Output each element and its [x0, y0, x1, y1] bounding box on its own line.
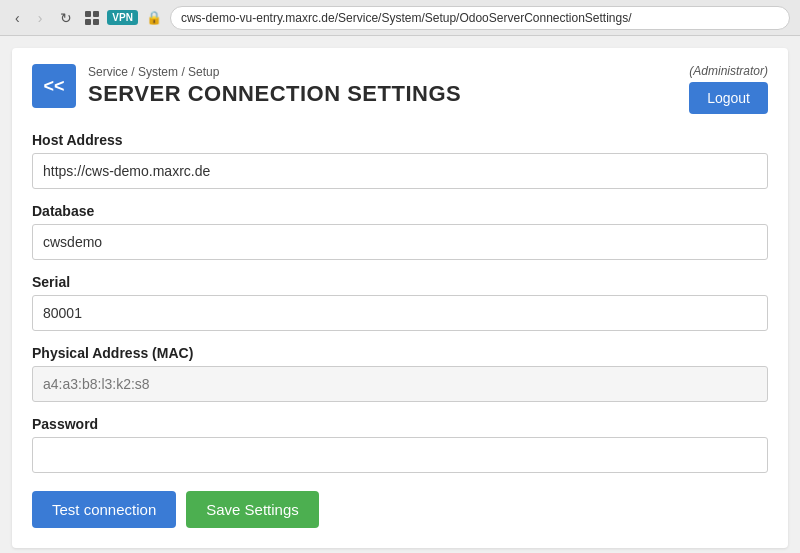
save-settings-button[interactable]: Save Settings	[186, 491, 319, 528]
buttons-row: Test connection Save Settings	[32, 491, 768, 528]
breadcrumb-system[interactable]: System	[138, 65, 178, 79]
header-left: << Service / System / Setup SERVER CONNE…	[32, 64, 461, 108]
breadcrumb: Service / System / Setup	[88, 65, 461, 79]
mac-group: Physical Address (MAC)	[32, 345, 768, 402]
host-address-label: Host Address	[32, 132, 768, 148]
host-address-group: Host Address	[32, 132, 768, 189]
page-header: << Service / System / Setup SERVER CONNE…	[32, 64, 768, 114]
page-content: << Service / System / Setup SERVER CONNE…	[12, 48, 788, 548]
title-block: Service / System / Setup SERVER CONNECTI…	[88, 65, 461, 107]
serial-input[interactable]	[32, 295, 768, 331]
page-title: SERVER CONNECTION SETTINGS	[88, 81, 461, 107]
serial-label: Serial	[32, 274, 768, 290]
browser-chrome: ‹ › ↻ VPN 🔒 cws-demo-vu-entry.maxrc.de/S…	[0, 0, 800, 36]
url-bar[interactable]: cws-demo-vu-entry.maxrc.de/Service/Syste…	[170, 6, 790, 30]
forward-nav-button[interactable]: ›	[33, 8, 48, 28]
back-button[interactable]: <<	[32, 64, 76, 108]
serial-group: Serial	[32, 274, 768, 331]
grid-icon	[85, 11, 99, 25]
logout-button[interactable]: Logout	[689, 82, 768, 114]
mac-input[interactable]	[32, 366, 768, 402]
breadcrumb-sep1: /	[128, 65, 138, 79]
back-nav-button[interactable]: ‹	[10, 8, 25, 28]
breadcrumb-setup[interactable]: Setup	[188, 65, 219, 79]
breadcrumb-sep2: /	[178, 65, 188, 79]
password-group: Password	[32, 416, 768, 473]
test-connection-button[interactable]: Test connection	[32, 491, 176, 528]
mac-label: Physical Address (MAC)	[32, 345, 768, 361]
database-label: Database	[32, 203, 768, 219]
breadcrumb-service[interactable]: Service	[88, 65, 128, 79]
vpn-badge: VPN	[107, 10, 138, 25]
header-right: (Administrator) Logout	[689, 64, 768, 114]
password-label: Password	[32, 416, 768, 432]
reload-button[interactable]: ↻	[55, 8, 77, 28]
database-input[interactable]	[32, 224, 768, 260]
lock-icon: 🔒	[146, 10, 162, 25]
host-address-input[interactable]	[32, 153, 768, 189]
password-input[interactable]	[32, 437, 768, 473]
database-group: Database	[32, 203, 768, 260]
admin-text: (Administrator)	[689, 64, 768, 78]
